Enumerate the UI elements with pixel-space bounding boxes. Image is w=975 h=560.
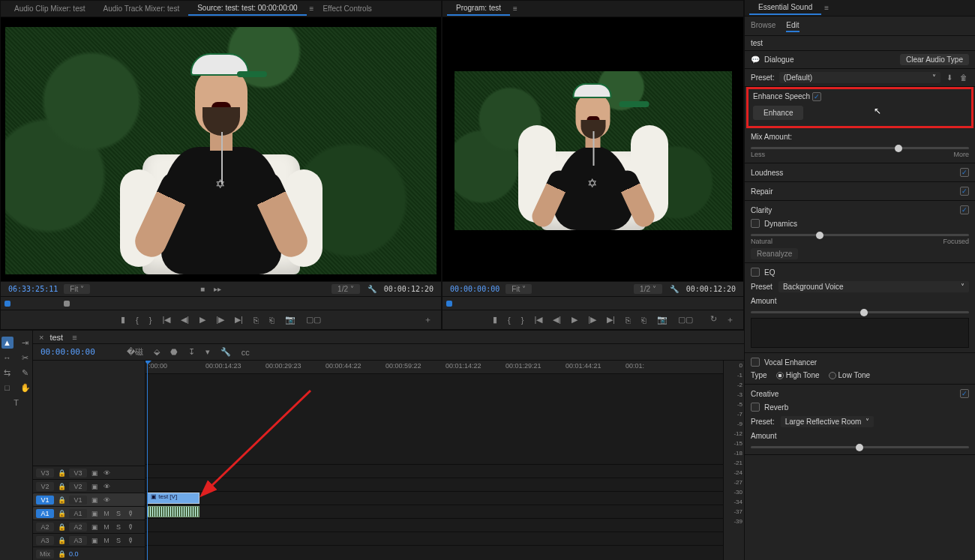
panel-menu-icon[interactable]: ≡: [824, 4, 829, 12]
mark-in-icon[interactable]: ▮: [491, 315, 499, 325]
comparison-icon[interactable]: ▢▢: [676, 315, 694, 325]
add-button-icon[interactable]: ＋: [422, 314, 434, 325]
overwrite-clip-icon[interactable]: ⎗: [268, 316, 276, 325]
export-frame-icon[interactable]: 📷: [656, 315, 669, 325]
ripple-tool[interactable]: ↔: [2, 352, 14, 364]
settings-icon[interactable]: 🔧: [366, 285, 378, 293]
mark-in-icon[interactable]: ▮: [119, 315, 127, 325]
track-select-tool[interactable]: ⇥: [20, 337, 32, 349]
audio-clip[interactable]: [147, 506, 200, 517]
razor-tool[interactable]: ✂: [20, 352, 32, 364]
selection-tool[interactable]: ▲: [2, 337, 14, 349]
source-zoom-select[interactable]: Fit ˅: [64, 284, 90, 294]
reverb-checkbox[interactable]: [751, 403, 760, 412]
timeline-ruler[interactable]: :00:00 00:00:14:23 00:00:29:23 00:00:44:…: [146, 361, 723, 374]
creative-checkbox[interactable]: [960, 389, 969, 398]
step-back-icon[interactable]: ◀|: [179, 315, 190, 325]
enhance-button[interactable]: Enhance: [753, 106, 803, 120]
go-out-icon[interactable]: ▶|: [605, 315, 616, 325]
eq-graph[interactable]: [751, 318, 969, 348]
mark-out-icon[interactable]: {: [134, 316, 140, 325]
program-timecode[interactable]: 00:00:00:00: [450, 285, 500, 293]
track-a1-src[interactable]: A1: [36, 509, 54, 518]
repair-checkbox[interactable]: [960, 187, 969, 196]
step-back-icon[interactable]: ◀|: [551, 315, 562, 325]
eq-checkbox[interactable]: [751, 268, 760, 277]
type-tool[interactable]: T: [10, 397, 22, 409]
creative-header[interactable]: Creative: [751, 390, 778, 398]
comparison-icon[interactable]: ▢▢: [304, 315, 322, 325]
clear-audio-type-button[interactable]: Clear Audio Type: [900, 54, 969, 65]
step-fwd-icon[interactable]: |▶: [586, 315, 598, 325]
eq-header[interactable]: EQ: [764, 268, 775, 277]
mark-clip-icon[interactable]: }: [148, 316, 154, 325]
rect-tool[interactable]: □: [2, 382, 14, 394]
program-res-select[interactable]: 1/2 ˅: [634, 284, 662, 294]
track-v1-src[interactable]: V1: [36, 496, 54, 505]
step-fwd-icon[interactable]: |▶: [214, 315, 226, 325]
wrench-icon[interactable]: 🔧: [219, 347, 232, 357]
cc-icon[interactable]: cc: [240, 348, 251, 357]
extract-icon[interactable]: ⎗: [640, 316, 648, 325]
save-preset-icon[interactable]: ⬇: [945, 73, 954, 82]
stop-icon[interactable]: ■: [199, 285, 206, 293]
essential-sound-tab[interactable]: Essential Sound: [749, 1, 821, 15]
high-tone-radio[interactable]: High Tone: [776, 371, 820, 379]
marker-icon[interactable]: ⬣: [169, 347, 179, 357]
source-res-select[interactable]: 1/2 ˅: [332, 284, 360, 294]
edit-tab[interactable]: Edit: [786, 19, 799, 32]
reverb-amount-slider[interactable]: [751, 446, 969, 448]
program-zoom-select[interactable]: Fit ˅: [506, 284, 532, 294]
clarity-checkbox[interactable]: [960, 205, 969, 214]
mark-clip-icon[interactable]: }: [520, 316, 526, 325]
preset-select[interactable]: (Default)˅: [779, 72, 940, 83]
vocal-enhancer-checkbox[interactable]: [751, 358, 760, 367]
lift-icon[interactable]: ⎘: [624, 316, 632, 325]
panel-menu-icon[interactable]: ≡: [72, 333, 76, 342]
tab-program[interactable]: Program: test: [447, 1, 510, 16]
eq-preset-select[interactable]: Background Voice˅: [778, 281, 969, 292]
timeline-timecode[interactable]: 00:00:00:00: [40, 347, 95, 357]
sequence-tab[interactable]: test: [50, 333, 63, 342]
panel-menu-icon[interactable]: ≡: [513, 4, 518, 13]
reverb-preset-select[interactable]: Large Reflective Room ˅: [781, 416, 874, 427]
snap-icon[interactable]: �磁: [125, 346, 145, 358]
enhance-speech-header[interactable]: Enhance Speech: [753, 92, 810, 100]
track-v3-label[interactable]: V3: [36, 469, 54, 478]
program-time-ruler[interactable]: [442, 296, 743, 310]
track-mix-label[interactable]: Mix: [36, 550, 54, 559]
source-timecode[interactable]: 06:33:25:11: [8, 285, 58, 293]
browse-tab[interactable]: Browse: [751, 19, 776, 32]
slip-tool[interactable]: ⇆: [2, 367, 14, 379]
tab-source[interactable]: Source: test: test: 00:00:00:00: [188, 1, 306, 16]
low-tone-radio[interactable]: Low Tone: [829, 371, 871, 379]
go-in-icon[interactable]: |◀: [160, 315, 172, 325]
eq-amount-slider[interactable]: [751, 311, 969, 313]
pen-tool[interactable]: ✎: [20, 367, 32, 379]
go-out-icon[interactable]: ▶|: [233, 315, 244, 325]
clarity-header[interactable]: Clarity: [751, 206, 772, 214]
insert-clip-icon[interactable]: ⎘: [252, 316, 260, 325]
linked-icon[interactable]: ⬙: [152, 347, 161, 357]
delete-preset-icon[interactable]: 🗑: [958, 73, 969, 82]
repair-header[interactable]: Repair: [751, 187, 772, 196]
tab-audio-track-mixer[interactable]: Audio Track Mixer: test: [94, 2, 188, 15]
timeline-tracks[interactable]: :00:00 00:00:14:23 00:00:29:23 00:00:44:…: [146, 361, 723, 560]
source-time-ruler[interactable]: [1, 296, 441, 310]
track-a2-label[interactable]: A2: [36, 523, 54, 532]
settings-icon[interactable]: 🔧: [668, 285, 680, 293]
dynamics-checkbox[interactable]: [751, 219, 760, 228]
source-video[interactable]: [5, 27, 436, 274]
track-a3-label[interactable]: A3: [36, 536, 54, 545]
program-video[interactable]: [454, 71, 732, 230]
marker2-icon[interactable]: ▾: [204, 347, 212, 357]
export-frame-icon[interactable]: 📷: [284, 315, 297, 325]
vocal-enhancer-header[interactable]: Vocal Enhancer: [764, 358, 817, 367]
audio-type-dialogue[interactable]: Dialogue: [764, 55, 794, 64]
reanalyze-button[interactable]: Reanalyze: [751, 248, 798, 259]
mark-out-icon[interactable]: {: [506, 316, 512, 325]
insert-mode-icon[interactable]: ↧: [187, 347, 196, 357]
add-button-icon[interactable]: ＋: [724, 314, 736, 325]
loudness-header[interactable]: Loudness: [751, 169, 783, 177]
dynamics-slider[interactable]: [751, 234, 969, 236]
